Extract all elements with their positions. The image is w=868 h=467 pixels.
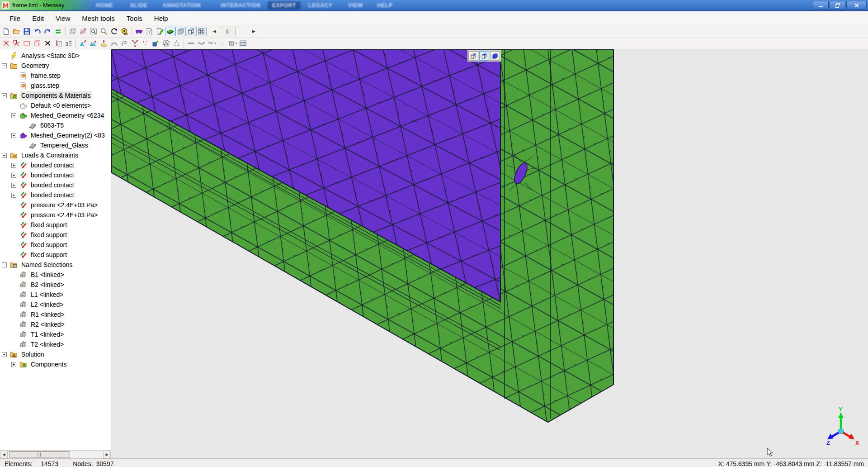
outline-triangle-button[interactable] xyxy=(161,38,171,48)
tree-expander-minus-icon[interactable] xyxy=(11,113,16,118)
tree-item-bonded-contact[interactable]: bonded contact xyxy=(0,160,111,170)
tree-expander-minus-icon[interactable] xyxy=(2,93,7,98)
animation-button[interactable]: ▾ xyxy=(227,38,238,48)
tree-item-meshed-geometry-6234[interactable]: Meshed_Geometry <6234 xyxy=(0,110,111,120)
stereo-view-button[interactable] xyxy=(134,27,144,36)
revolve-button[interactable] xyxy=(109,38,119,48)
select-region-button[interactable] xyxy=(22,38,32,48)
tree-item-default-0-elements[interactable]: Default <0 elements> xyxy=(0,100,111,110)
tree-item-geometry[interactable]: Geometry xyxy=(0,61,111,71)
toolbar-scroll-left-button[interactable]: ◀ xyxy=(209,27,220,36)
tree-expander-plus-icon[interactable] xyxy=(11,362,16,367)
tree-item-r2-linked[interactable]: R2 <linked> xyxy=(0,319,111,329)
measure-button[interactable] xyxy=(119,27,130,36)
renumber-button[interactable]: 3 xyxy=(63,38,74,48)
undo-button[interactable] xyxy=(32,27,42,36)
curve-shallow-button[interactable] xyxy=(196,38,207,48)
tree-item-tempered-glass[interactable]: Tempered_Glass xyxy=(0,140,111,150)
thick-shell-button[interactable] xyxy=(186,38,196,48)
tree-horizontal-scrollbar[interactable]: ◀ ▶ xyxy=(0,450,111,458)
copy-elements-button[interactable] xyxy=(88,38,99,48)
tree-item-named-selections[interactable]: Named Selections xyxy=(0,260,111,270)
tree-item-l2-linked[interactable]: L2 <linked> xyxy=(0,300,111,310)
refine-elements-button[interactable] xyxy=(1,38,11,48)
tree-item-fixed-support[interactable]: fixed support xyxy=(0,250,111,260)
tree-item-fixed-support[interactable]: fixed support xyxy=(0,240,111,250)
scrollbar-left-arrow[interactable]: ◀ xyxy=(0,451,8,458)
open-file-button[interactable] xyxy=(11,27,22,36)
tree-expander-plus-icon[interactable] xyxy=(11,163,16,168)
toolbar-scroll-right-button[interactable]: ▶ xyxy=(249,27,259,36)
overlay-item-view[interactable]: VIEW xyxy=(348,2,363,9)
menu-tools[interactable]: Tools xyxy=(121,13,148,24)
tree-item-fixed-support[interactable]: fixed support xyxy=(0,230,111,240)
restore-button[interactable] xyxy=(830,1,845,10)
tree-item-components[interactable]: Components xyxy=(0,359,111,369)
tree-item-pressure-2-4e-03-pa[interactable]: pressure <2.4E+03 Pa> xyxy=(0,210,111,220)
show-numbers-button[interactable]: 7 xyxy=(144,27,155,36)
view-shaded-cube-button[interactable] xyxy=(479,51,489,61)
move-node-button[interactable] xyxy=(78,38,88,48)
tree-expander-minus-icon[interactable] xyxy=(2,352,7,357)
overlay-item-help[interactable]: HELP xyxy=(377,2,392,9)
tree-expander-minus-icon[interactable] xyxy=(2,153,7,158)
shaded-view-button[interactable] xyxy=(165,27,175,36)
tree-expander-minus-icon[interactable] xyxy=(2,262,7,267)
overlay-item-export[interactable]: EXPORT xyxy=(268,1,301,10)
scrollbar-right-arrow[interactable]: ▶ xyxy=(103,451,111,458)
table-view-button[interactable] xyxy=(53,27,63,36)
overlay-item-annotation[interactable]: ANNOTATION xyxy=(163,2,201,9)
table-button[interactable] xyxy=(238,38,248,48)
overlay-item-home[interactable]: HOME xyxy=(96,2,113,9)
new-file-button[interactable] xyxy=(1,27,11,36)
minimize-button[interactable] xyxy=(813,1,829,10)
titlebar[interactable]: frame.liml - Mecway HOMESLIDEANNOTATIONI… xyxy=(0,0,868,11)
redo-button[interactable] xyxy=(42,27,53,36)
tree-expander-minus-icon[interactable] xyxy=(11,133,16,138)
tree-item-solution[interactable]: Solution xyxy=(0,349,111,359)
tree-item-t1-linked[interactable]: T1 <linked> xyxy=(0,329,111,339)
curve-deep-button[interactable]: ▾ xyxy=(207,38,217,48)
sweep-button[interactable] xyxy=(119,38,130,48)
tree-item-r1-linked[interactable]: R1 <linked> xyxy=(0,310,111,319)
scrollbar-track[interactable] xyxy=(8,451,103,458)
menu-view[interactable]: View xyxy=(50,13,76,24)
midside-nodes-button[interactable] xyxy=(217,38,227,48)
view-orientation-button[interactable] xyxy=(468,51,478,61)
zoom-button[interactable] xyxy=(99,27,109,36)
tree-item-b2-linked[interactable]: B2 <linked> xyxy=(0,280,111,290)
split-elements-button[interactable] xyxy=(130,38,140,48)
toolbar-scroll-grip[interactable]: ||| xyxy=(220,27,236,36)
edit-annotations-button[interactable] xyxy=(155,27,165,36)
delete-button[interactable] xyxy=(42,38,53,48)
insert-node-button[interactable] xyxy=(140,38,151,48)
scrollbar-thumb[interactable] xyxy=(9,451,70,457)
extrude-button[interactable] xyxy=(99,38,109,48)
mirror-button[interactable] xyxy=(151,38,161,48)
zoom-extents-button[interactable] xyxy=(78,27,88,36)
viewport-3d[interactable]: Y X Z xyxy=(111,49,868,458)
dashed-triangle-button[interactable] xyxy=(171,38,182,48)
tree-item-t2-linked[interactable]: T2 <linked> xyxy=(0,339,111,349)
refine-local-button[interactable] xyxy=(11,38,22,48)
tree-item-glass-step[interactable]: glass.step xyxy=(0,81,111,91)
tree-expander-plus-icon[interactable] xyxy=(11,193,16,198)
menu-edit[interactable]: Edit xyxy=(26,13,50,24)
tree-expander-minus-icon[interactable] xyxy=(2,63,7,68)
element-surface-view-button[interactable] xyxy=(196,27,207,36)
overlay-item-interaction[interactable]: INTERACTION xyxy=(221,2,261,9)
view-solid-cube-button[interactable] xyxy=(490,51,500,61)
tree-item-l1-linked[interactable]: L1 <linked> xyxy=(0,290,111,300)
tree-item-loads-constraints[interactable]: Loads & Constraints xyxy=(0,150,111,160)
tree-item-bonded-contact[interactable]: bonded contact xyxy=(0,180,111,190)
tree-expander-plus-icon[interactable] xyxy=(11,173,16,178)
overlay-item-legacy[interactable]: LEGACY xyxy=(308,2,333,9)
tree-item-frame-step[interactable]: frame.step xyxy=(0,71,111,81)
zoom-window-button[interactable] xyxy=(88,27,99,36)
menu-file[interactable]: File xyxy=(4,13,26,24)
save-button[interactable] xyxy=(22,27,32,36)
overlay-item-slide[interactable]: SLIDE xyxy=(130,2,147,9)
element-shape-button[interactable] xyxy=(32,38,42,48)
tree-item-pressure-2-4e-03-pa[interactable]: pressure <2.4E+03 Pa> xyxy=(0,200,111,210)
tree-item-fixed-support[interactable]: fixed support xyxy=(0,220,111,230)
